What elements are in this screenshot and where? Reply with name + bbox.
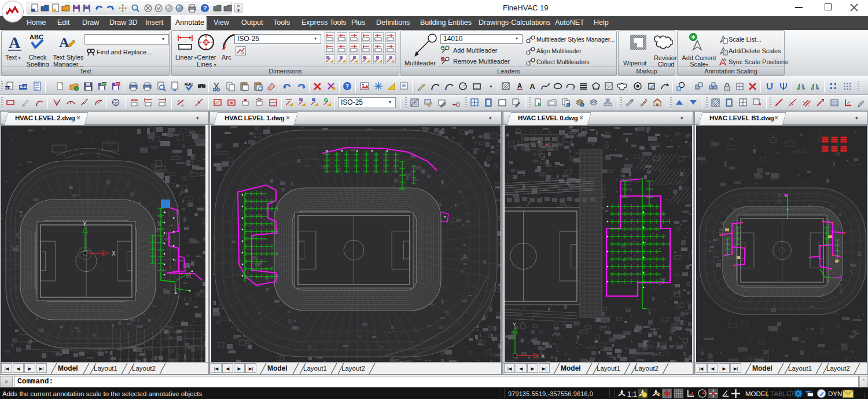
svg-text:X: X bbox=[112, 250, 116, 257]
svg-text:RCIS: RCIS bbox=[101, 83, 107, 86]
svg-text:A: A bbox=[9, 34, 21, 51]
svg-text:?: ? bbox=[203, 5, 207, 12]
svg-text:Y: Y bbox=[83, 221, 87, 227]
svg-text:A: A bbox=[529, 82, 535, 91]
svg-text:?: ? bbox=[345, 83, 349, 90]
svg-text:X: X bbox=[541, 353, 545, 359]
svg-text:ABC: ABC bbox=[30, 34, 43, 40]
svg-text:+: + bbox=[442, 46, 444, 51]
svg-text:A: A bbox=[59, 35, 69, 50]
svg-text:Y: Y bbox=[513, 322, 516, 327]
svg-text:BLD: BLD bbox=[20, 85, 26, 88]
svg-text:BLD: BLD bbox=[5, 87, 11, 90]
svg-text:A: A bbox=[517, 82, 523, 90]
svg-text:RCIS: RCIS bbox=[115, 83, 121, 86]
svg-text:–: – bbox=[442, 57, 444, 62]
